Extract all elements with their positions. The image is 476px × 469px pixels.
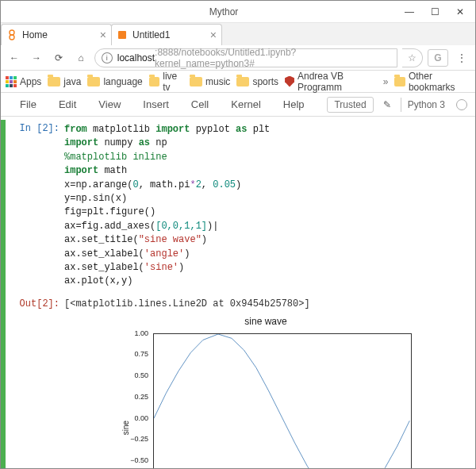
browser-menu-icon[interactable]: ⋮ [453, 49, 470, 67]
browser-tab-home[interactable]: Home × [1, 24, 112, 45]
apps-grid-icon [6, 76, 17, 87]
url-input[interactable]: i localhost :8888/notebooks/Untitled1.ip… [94, 48, 397, 67]
tab-label: Home [22, 29, 48, 40]
shield-icon [285, 76, 294, 87]
bookmark-star-icon[interactable]: ☆ [402, 48, 423, 67]
folder-icon [236, 77, 249, 86]
jupyter-favicon-icon [6, 29, 17, 40]
browser-tab-notebook[interactable]: Untitled1 × [111, 24, 222, 45]
notebook-area[interactable]: In [2]: from matplotlib import pyplot as… [1, 117, 475, 469]
tab-label: Untitled1 [132, 29, 170, 40]
search-engine-icon[interactable]: G [428, 49, 448, 67]
folder-icon [190, 77, 202, 86]
output-text: [<matplotlib.lines.Line2D at 0x9454b2578… [64, 297, 310, 309]
apps-shortcut[interactable]: Apps [6, 76, 41, 87]
menu-kernel[interactable]: Kernel [220, 98, 272, 110]
bookmark-folder-language[interactable]: language [87, 76, 142, 87]
window-titlebar: Mythor — ☐ ✕ [1, 1, 475, 23]
other-bookmarks[interactable]: Other bookmarks [394, 71, 470, 93]
chart-box: sine angle 1.000.750.500.250.00−0.25−0.5… [115, 329, 416, 469]
kernel-status-icon [456, 99, 467, 110]
tab-close-icon[interactable]: × [204, 29, 217, 41]
menu-help[interactable]: Help [272, 98, 316, 110]
output-prompt: Out[2]: [7, 297, 64, 309]
code-cell[interactable]: In [2]: from matplotlib import pyplot as… [7, 120, 475, 469]
menu-cell[interactable]: Cell [180, 98, 220, 110]
tab-close-icon[interactable]: × [94, 29, 106, 41]
input-prompt: In [2]: [7, 121, 64, 134]
menu-view[interactable]: View [87, 98, 132, 110]
window-title: Mythor [209, 6, 239, 17]
svg-point-1 [10, 35, 14, 40]
reload-button[interactable]: ⟳ [50, 49, 67, 67]
minimize-button[interactable]: — [397, 3, 421, 21]
folder-icon [394, 77, 405, 86]
folder-icon [48, 77, 60, 86]
close-button[interactable]: ✕ [448, 3, 472, 21]
notebook-favicon-icon [117, 29, 128, 40]
url-path: :8888/notebooks/Untitled1.ipynb?kernel_n… [155, 47, 390, 69]
plot-area [153, 333, 412, 469]
home-button[interactable]: ⌂ [72, 49, 90, 67]
menu-file[interactable]: File [9, 98, 48, 110]
code-editor[interactable]: from matplotlib import pyplot as plt imp… [64, 121, 467, 289]
sine-line [154, 334, 411, 469]
kernel-name[interactable]: Python 3 [401, 98, 451, 112]
chart-title: sine wave [64, 316, 467, 327]
site-info-icon[interactable]: i [102, 52, 113, 63]
trusted-indicator[interactable]: Trusted [327, 97, 373, 113]
svg-point-0 [10, 30, 14, 35]
folder-icon [87, 77, 100, 86]
y-axis-ticks: 1.000.750.500.250.00−0.25−0.50−0.75−1.00 [115, 333, 152, 469]
bookmarks-overflow[interactable]: » [383, 76, 389, 87]
chart-output: sine wave sine angle 1.000.750.500.250.0… [64, 316, 467, 469]
edit-icon[interactable]: ✎ [378, 96, 396, 113]
browser-tabstrip: Home × Untitled1 × [1, 23, 475, 45]
bookmark-folder-sports[interactable]: sports [236, 76, 278, 87]
folder-icon [149, 77, 159, 86]
address-bar: ← → ⟳ ⌂ i localhost :8888/notebooks/Unti… [1, 45, 475, 71]
bookmark-folder-music[interactable]: music [190, 76, 230, 87]
menu-insert[interactable]: Insert [132, 98, 180, 110]
bookmark-andrea[interactable]: Andrea VB Programm [285, 71, 377, 93]
bookmarks-bar: Apps java language live tv music sports … [1, 71, 475, 93]
apps-label: Apps [20, 76, 41, 87]
url-host: localhost [117, 52, 155, 63]
svg-rect-2 [118, 31, 126, 39]
menu-edit[interactable]: Edit [48, 98, 87, 110]
bookmark-folder-java[interactable]: java [48, 76, 81, 87]
cell-run-indicator [1, 120, 6, 469]
jupyter-menubar: File Edit View Insert Cell Kernel Help T… [1, 93, 475, 117]
forward-button[interactable]: → [28, 49, 45, 67]
bookmark-folder-livetv[interactable]: live tv [149, 71, 183, 93]
back-button[interactable]: ← [6, 49, 23, 67]
maximize-button[interactable]: ☐ [423, 3, 447, 21]
